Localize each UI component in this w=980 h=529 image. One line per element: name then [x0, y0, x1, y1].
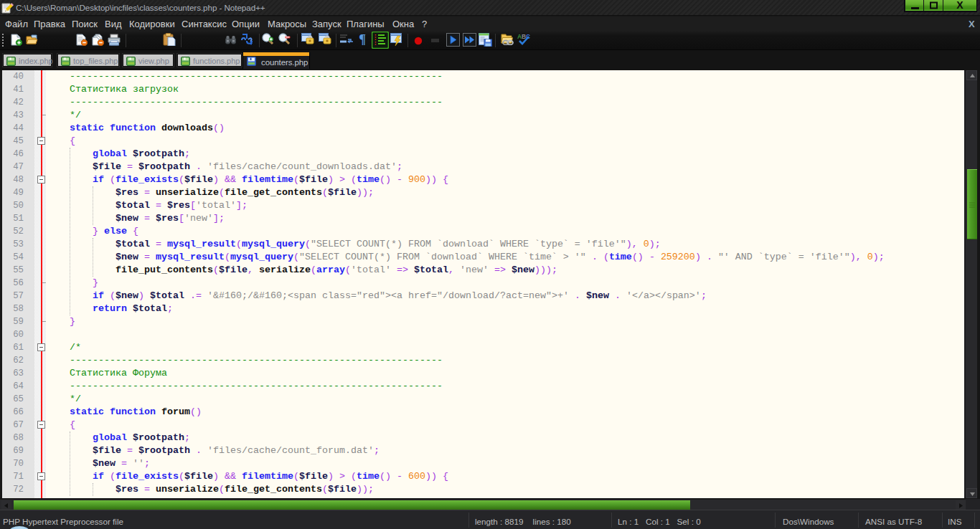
- svg-text:¶: ¶: [359, 33, 366, 46]
- svg-text:X: X: [956, 0, 963, 11]
